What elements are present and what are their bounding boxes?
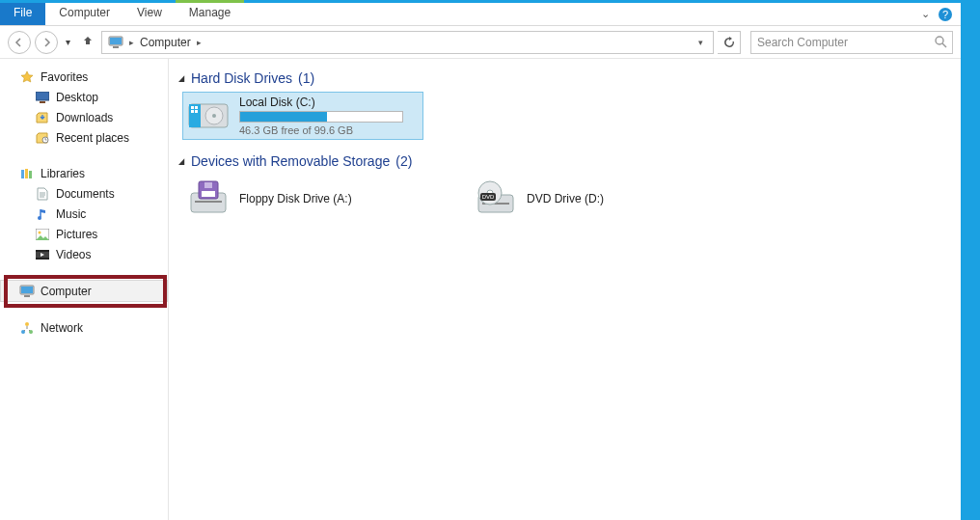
svg-line-6 (942, 43, 946, 47)
computer-icon (19, 284, 35, 299)
collapse-icon: ◢ (178, 73, 184, 83)
navigation-pane: Favorites Desktop Downloads (0, 59, 169, 520)
svg-rect-3 (110, 38, 122, 44)
videos-icon (35, 247, 50, 262)
network-icon (19, 320, 35, 336)
nav-label: Network (41, 321, 83, 335)
svg-rect-37 (202, 191, 215, 197)
svg-rect-29 (191, 110, 194, 113)
svg-text:?: ? (942, 9, 948, 20)
svg-point-13 (38, 216, 41, 220)
ribbon-tab-manage[interactable]: Manage (176, 3, 244, 25)
svg-rect-7 (36, 92, 49, 100)
ribbon-tab-computer[interactable]: Computer (45, 3, 123, 25)
nav-videos[interactable]: Videos (0, 244, 168, 264)
computer-icon (108, 35, 123, 50)
nav-pictures[interactable]: Pictures (0, 224, 168, 244)
section-title: Devices with Removable Storage (191, 153, 390, 169)
svg-point-15 (39, 231, 41, 233)
recent-icon (35, 130, 50, 146)
section-count: (2) (395, 153, 412, 169)
svg-rect-27 (191, 106, 194, 109)
svg-rect-30 (195, 110, 198, 113)
section-title: Hard Disk Drives (191, 70, 292, 86)
drive-free-text: 46.3 GB free of 99.6 GB (239, 124, 419, 136)
ribbon-file-tab[interactable]: File (0, 3, 45, 25)
breadcrumb-root[interactable]: ▸ Computer ▸ (106, 35, 205, 50)
body: Favorites Desktop Downloads (0, 59, 961, 520)
search-icon (929, 36, 952, 48)
nav-documents[interactable]: Documents (0, 183, 168, 204)
drive-dvd-d[interactable]: DVD DVD Drive (D:) (470, 175, 711, 223)
svg-text:DVD: DVD (482, 194, 495, 200)
section-removable-header[interactable]: ◢ Devices with Removable Storage (2) (178, 153, 951, 169)
drive-floppy-a[interactable]: Floppy Disk Drive (A:) (182, 175, 423, 223)
nav-label: Recent places (56, 131, 129, 145)
star-icon (19, 69, 35, 85)
nav-downloads[interactable]: Downloads (0, 107, 168, 127)
address-dropdown-icon[interactable]: ▾ (693, 38, 709, 47)
section-count: (1) (298, 70, 314, 86)
svg-rect-10 (21, 170, 24, 178)
nav-music[interactable]: Music (0, 204, 168, 224)
nav-network[interactable]: Network (0, 317, 168, 338)
search-box[interactable] (750, 31, 953, 54)
pictures-icon (35, 227, 50, 242)
ribbon: File Computer View Manage ⌄ ? (0, 3, 961, 26)
nav-libraries[interactable]: Libraries (0, 163, 168, 183)
back-button[interactable] (8, 31, 31, 54)
svg-rect-8 (40, 101, 45, 103)
drive-name: Local Disk (C:) (239, 96, 419, 109)
nav-label: Desktop (56, 91, 98, 104)
libraries-icon (19, 166, 35, 181)
documents-icon (35, 186, 50, 202)
svg-rect-12 (29, 171, 32, 178)
ribbon-collapse-icon[interactable]: ⌄ (921, 8, 930, 20)
capacity-bar (239, 111, 403, 123)
svg-point-32 (212, 114, 216, 118)
svg-rect-17 (36, 250, 49, 252)
svg-rect-20 (21, 287, 33, 293)
section-hdd-header[interactable]: ◢ Hard Disk Drives (1) (178, 70, 951, 86)
svg-rect-21 (24, 295, 30, 297)
nav-label: Videos (56, 248, 91, 261)
nav-label: Computer (41, 285, 92, 298)
ribbon-tab-view[interactable]: View (123, 3, 176, 25)
svg-rect-28 (195, 106, 198, 109)
svg-rect-34 (195, 201, 222, 203)
nav-recent-places[interactable]: Recent places (0, 127, 168, 148)
dvd-drive-icon: DVD (475, 178, 517, 220)
breadcrumb-label: Computer (140, 36, 191, 49)
svg-rect-36 (204, 182, 212, 188)
search-input[interactable] (751, 36, 929, 49)
floppy-drive-icon (187, 178, 230, 220)
up-button[interactable] (78, 35, 97, 49)
nav-label: Documents (56, 187, 115, 201)
svg-point-24 (25, 322, 29, 326)
explorer-window: File Computer View Manage ⌄ ? ▾ (0, 0, 961, 520)
nav-label: Libraries (41, 167, 85, 180)
music-icon (35, 206, 50, 222)
nav-favorites[interactable]: Favorites (0, 67, 168, 87)
chevron-right-icon: ▸ (127, 38, 136, 47)
nav-label: Downloads (56, 111, 113, 124)
nav-desktop[interactable]: Desktop (0, 87, 168, 107)
chevron-right-icon: ▸ (195, 38, 204, 47)
downloads-icon (35, 110, 50, 125)
desktop-icon (35, 90, 50, 105)
svg-rect-11 (25, 169, 28, 178)
address-bar[interactable]: ▸ Computer ▸ ▾ (101, 31, 714, 54)
collapse-icon: ◢ (178, 156, 184, 166)
nav-label: Favorites (41, 70, 88, 84)
recent-locations-button[interactable]: ▾ (62, 37, 74, 47)
navigation-bar: ▾ ▸ Computer ▸ ▾ (0, 26, 961, 59)
svg-rect-4 (113, 46, 119, 48)
help-icon[interactable]: ? (938, 7, 953, 22)
nav-computer[interactable]: Computer (0, 280, 168, 302)
forward-button[interactable] (35, 31, 58, 54)
content-pane: ◢ Hard Disk Drives (1) (169, 59, 961, 520)
drive-local-disk-c[interactable]: Local Disk (C:) 46.3 GB free of 99.6 GB (182, 92, 423, 140)
refresh-button[interactable] (718, 31, 741, 54)
nav-label: Pictures (56, 228, 97, 241)
nav-label: Music (56, 207, 86, 221)
